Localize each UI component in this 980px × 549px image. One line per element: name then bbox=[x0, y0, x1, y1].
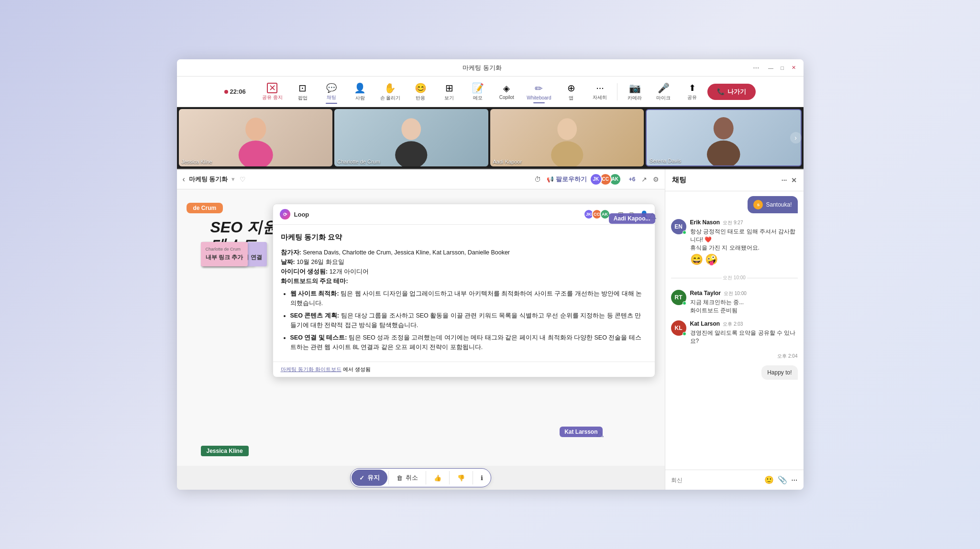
thumbs-up-button[interactable]: 👍 bbox=[426, 471, 449, 485]
toolbar-stop-share[interactable]: ✕ 공유 중지 bbox=[257, 81, 287, 103]
toolbar-whiteboard[interactable]: ✏ Whiteboard bbox=[522, 81, 556, 102]
people-label: 사람 bbox=[355, 95, 365, 101]
thumbs-down-button[interactable]: 👎 bbox=[450, 471, 473, 485]
erik-content: Erik Nason 오전 9:27 항상 긍정적인 태도로 임해 주셔서 감사… bbox=[690, 219, 798, 266]
stop-share-icon: ✕ bbox=[267, 83, 277, 93]
more-options-icon[interactable]: ··· bbox=[753, 64, 759, 72]
loop-bullet-3: SEO 연결 및 테스트: 팀은 SEO 성과 조정을 고려했는데 여기에는 메… bbox=[290, 333, 647, 352]
chat-more-icon[interactable]: ··· bbox=[782, 176, 787, 184]
self-time: 오후 2:04 bbox=[671, 351, 798, 360]
wb-canvas[interactable]: de Crum SEO 지원 및 테스트 Charlotte de Crum S… bbox=[177, 189, 665, 466]
self-msg: Happy to! bbox=[671, 365, 798, 380]
erik-text-2: 휴식을 가진 지 오래됐어요. bbox=[690, 244, 798, 252]
loop-bullet-2: SEO 콘텐츠 계획: 팀은 대상 그룹을 조사하고 SEO 활동을 이끌 관련… bbox=[290, 311, 647, 330]
loop-ideas: 아이디어 생성됨: 12개 아이디어 bbox=[281, 267, 647, 276]
whiteboard-icon: ✏ bbox=[535, 83, 543, 94]
view-icon: ⊞ bbox=[445, 82, 453, 94]
toolbar-raise-hand[interactable]: ✋ 손 올리기 bbox=[375, 80, 406, 103]
chat-input[interactable] bbox=[671, 477, 761, 483]
trash-icon: 🗑 bbox=[396, 474, 403, 482]
attach-icon[interactable]: 📎 bbox=[778, 475, 787, 484]
main-content: ‹ 마케팅 동기화 ▾ ♡ ⏱ 📢 팔로우하기 JK CC AK +6 ↗ bbox=[177, 169, 804, 490]
minimize-button[interactable]: — bbox=[767, 64, 775, 72]
svg-point-1 bbox=[238, 141, 273, 166]
toolbar-mic[interactable]: 🎤 마이크 bbox=[650, 80, 677, 103]
reta-text-2: 화이트보드 준비됨 bbox=[690, 307, 798, 315]
avatar-jk: JK bbox=[590, 173, 602, 186]
svg-point-4 bbox=[557, 118, 577, 140]
chat-header: 채팅 ··· ✕ bbox=[665, 169, 804, 191]
record-indicator bbox=[224, 90, 228, 94]
video-charlotte[interactable]: Charlotte de Crum bbox=[334, 109, 488, 166]
toolbar-chat[interactable]: 💬 채팅 bbox=[318, 81, 345, 103]
back-nav-icon[interactable]: ‹ bbox=[183, 175, 185, 184]
jessica-label: Jessica Kline bbox=[201, 446, 249, 456]
follow-label[interactable]: 📢 팔로우하기 bbox=[547, 175, 587, 184]
jessica-name-label: Jessica Kline bbox=[182, 159, 212, 165]
meeting-dropdown-icon[interactable]: ▾ bbox=[231, 176, 235, 183]
santouka-bubble: S Santouka! bbox=[748, 196, 797, 213]
loop-dialog[interactable]: ⟳ Loop JK CC AK ⊞ ⧉ 👤 bbox=[273, 204, 655, 377]
raise-hand-label: 손 올리기 bbox=[380, 95, 401, 101]
video-aadi[interactable]: Aadi Kapoor bbox=[490, 109, 644, 166]
thumbs-down-icon: 👎 bbox=[457, 474, 465, 482]
meeting-name-label[interactable]: 마케팅 동기화 bbox=[189, 175, 228, 184]
toolbar-camera[interactable]: 📷 카메라 bbox=[621, 80, 648, 103]
toolbar-copilot[interactable]: ◈ Copilot bbox=[493, 81, 520, 102]
share2-icon[interactable]: ↗ bbox=[641, 176, 647, 183]
chat-close-icon[interactable]: ✕ bbox=[791, 176, 797, 184]
svg-point-2 bbox=[401, 118, 421, 140]
more-options2-icon[interactable]: ··· bbox=[791, 476, 797, 484]
info-button[interactable]: ℹ bbox=[473, 471, 491, 485]
sticky-4: Charlotte de Crum 내부 링크 추가 bbox=[201, 242, 248, 266]
toolbar-app[interactable]: ⊕ 앱 bbox=[558, 80, 584, 103]
more-icon: ··· bbox=[596, 82, 604, 93]
loop-summary-title: 마케팅 동기화 요약 bbox=[281, 231, 647, 243]
video-strip-next[interactable]: › bbox=[790, 132, 802, 143]
santouka-msg: S Santouka! bbox=[671, 196, 798, 213]
more-label: 자세히 bbox=[593, 94, 607, 101]
kat-text: 경영진에 알리도록 요약을 공유할 수 있나요? bbox=[690, 329, 798, 345]
whiteboard-panel: ‹ 마케팅 동기화 ▾ ♡ ⏱ 📢 팔로우하기 JK CC AK +6 ↗ bbox=[177, 169, 665, 490]
erik-emojis: 😄 🤪 bbox=[690, 253, 798, 266]
loop-app-name: Loop bbox=[294, 211, 309, 218]
toolbar-reaction[interactable]: 😊 반응 bbox=[407, 80, 434, 103]
svg-point-0 bbox=[245, 118, 266, 141]
svg-point-5 bbox=[551, 141, 583, 166]
people-icon: 👤 bbox=[354, 82, 366, 94]
toolbar-memo[interactable]: 📝 메모 bbox=[464, 80, 491, 103]
erik-online-dot bbox=[683, 231, 686, 234]
keep-button[interactable]: ✓ 유지 bbox=[352, 470, 387, 486]
raise-hand-icon: ✋ bbox=[384, 82, 396, 94]
title-bar: 마케팅 동기화 ··· — □ ✕ bbox=[177, 59, 804, 77]
reta-meta: Reta Taylor 오전 10:00 bbox=[690, 290, 798, 297]
toolbar-view[interactable]: ⊞ 보기 bbox=[436, 80, 462, 103]
plus-count-label[interactable]: +6 bbox=[629, 176, 636, 183]
toolbar-popup[interactable]: ⊡ 팝업 bbox=[289, 80, 316, 103]
clock-icon[interactable]: ⏱ bbox=[534, 176, 541, 183]
svg-point-3 bbox=[395, 141, 427, 166]
toolbar-more[interactable]: ··· 자세히 bbox=[586, 80, 613, 103]
chat-header-icons: ··· ✕ bbox=[782, 176, 797, 184]
emoji-icon[interactable]: 🙂 bbox=[764, 475, 774, 484]
camera-label: 카메라 bbox=[628, 95, 642, 101]
loop-logo: ⟳ bbox=[280, 209, 290, 220]
cancel-button[interactable]: 🗑 취소 bbox=[389, 470, 426, 486]
leave-button[interactable]: 📞 나가기 bbox=[707, 84, 756, 100]
maximize-button[interactable]: □ bbox=[779, 64, 786, 72]
chat-panel: 채팅 ··· ✕ S Santouka! EN bbox=[665, 169, 804, 490]
video-jessica[interactable]: Jessica Kline bbox=[179, 109, 333, 166]
video-serena[interactable]: Serena Davis bbox=[646, 109, 802, 166]
reta-online-dot bbox=[683, 301, 686, 305]
close-button[interactable]: ✕ bbox=[790, 64, 798, 72]
happy-bubble: Happy to! bbox=[761, 365, 797, 380]
action-bar: ✓ 유지 🗑 취소 👍 👎 bbox=[177, 466, 665, 490]
orange-tag: de Crum bbox=[187, 203, 223, 213]
toolbar-people[interactable]: 👤 사람 bbox=[347, 80, 374, 103]
loop-footer-link[interactable]: 마케팅 동기화 화이트보드 bbox=[281, 366, 341, 372]
meeting-star-icon[interactable]: ♡ bbox=[240, 176, 246, 183]
toolbar-share[interactable]: ⬆ 공유 bbox=[679, 81, 705, 103]
loop-avatars: JK CC AK bbox=[586, 209, 610, 220]
chat-label: 채팅 bbox=[327, 94, 336, 101]
settings-icon[interactable]: ⚙ bbox=[653, 176, 659, 183]
